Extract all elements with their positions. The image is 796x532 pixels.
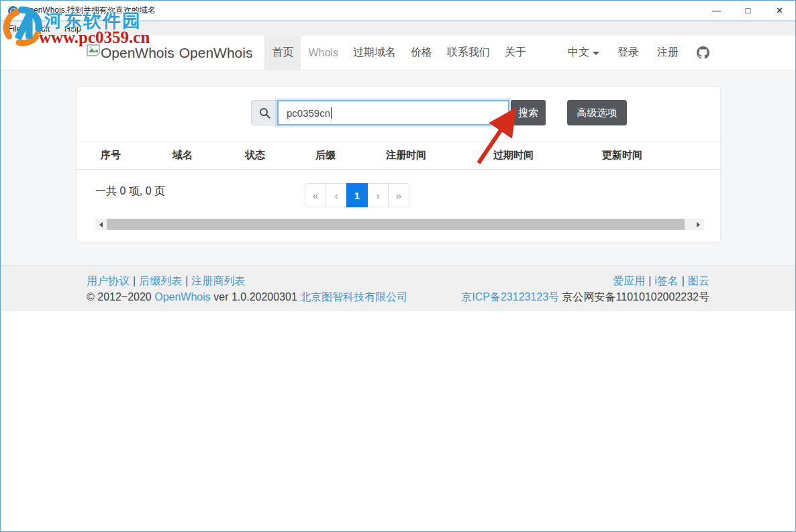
footer-links-right: 爱应用|i签名|图云 <box>461 273 709 289</box>
chevron-down-icon <box>593 52 599 55</box>
nav-item-pricing[interactable]: 价格 <box>403 36 440 70</box>
footer-link-aiyingyong[interactable]: 爱应用 <box>613 275 645 286</box>
copyright-prefix: © 2012~2020 <box>87 291 152 303</box>
window-controls: — □ ✕ <box>701 1 795 20</box>
github-icon[interactable] <box>697 46 709 59</box>
separator: | <box>182 275 191 286</box>
column-header-domain: 域名 <box>172 142 193 169</box>
nav-item-contact[interactable]: 联系我们 <box>440 36 497 70</box>
app-window: OpenWhois,找到并拥有你喜欢的域名 — □ ✕ File Edit He… <box>0 0 796 532</box>
minimize-button[interactable]: — <box>701 1 732 20</box>
brand-logo[interactable]: OpenWhois OpenWhois <box>87 45 252 61</box>
nav-item-whois[interactable]: Whois <box>301 36 345 70</box>
language-label: 中文 <box>568 46 589 60</box>
footer-links-left: 用户协议|后缀列表|注册商列表 <box>87 273 407 289</box>
page-footer: 用户协议|后缀列表|注册商列表 © 2012~2020 OpenWhois ve… <box>1 265 795 311</box>
search-input-value: pc0359cn <box>287 107 330 119</box>
nav-item-expired-domains[interactable]: 过期域名 <box>346 36 403 70</box>
window-title: OpenWhois,找到并拥有你喜欢的域名 <box>23 1 156 20</box>
results-summary: 一共 0 项, 0 页 <box>95 184 165 199</box>
advanced-options-button[interactable]: 高级选项 <box>567 100 627 125</box>
register-link[interactable]: 注册 <box>657 46 679 60</box>
pagination: « ‹ 1 › » <box>305 183 409 207</box>
nav-item-home[interactable]: 首页 <box>264 36 301 70</box>
table-header-row: 序号 域名 状态 后缀 注册时间 过期时间 更新时间 <box>77 141 720 170</box>
footer-link-tuyun[interactable]: 图云 <box>688 275 709 286</box>
column-header-status: 状态 <box>245 142 265 169</box>
column-header-suffix: 后缀 <box>315 142 336 169</box>
footer-link-registrar-list[interactable]: 注册商列表 <box>191 275 245 286</box>
column-header-registered: 注册时间 <box>386 142 426 169</box>
app-globe-icon <box>8 6 18 16</box>
footer-beian: 京ICP备23123123号 京公网安备11010102002232号 <box>461 289 709 305</box>
broken-image-icon <box>87 44 100 56</box>
menu-help[interactable]: Help <box>63 24 83 34</box>
scroll-left-arrow-icon[interactable] <box>95 219 107 230</box>
separator: | <box>645 275 654 286</box>
scroll-right-arrow-icon[interactable] <box>693 219 704 230</box>
brand-text: OpenWhois <box>179 45 253 61</box>
search-result-card: pc0359cn 搜索 高级选项 序号 域名 状态 后缀 注册时间 过期时间 更… <box>77 86 721 243</box>
column-header-index: 序号 <box>101 142 121 169</box>
footer-link-iqianming[interactable]: i签名 <box>654 275 679 286</box>
empty-page-area <box>1 311 795 531</box>
pagination-page-1[interactable]: 1 <box>346 183 368 207</box>
text-cursor <box>331 107 332 119</box>
pagination-first-button[interactable]: « <box>305 183 326 207</box>
footer-link-user-agreement[interactable]: 用户协议 <box>87 275 130 286</box>
close-button[interactable]: ✕ <box>764 1 795 20</box>
title-bar: OpenWhois,找到并拥有你喜欢的域名 — □ ✕ <box>1 1 795 21</box>
pagination-next-button[interactable]: › <box>367 183 389 207</box>
page-body: pc0359cn 搜索 高级选项 序号 域名 状态 后缀 注册时间 过期时间 更… <box>1 70 795 265</box>
footer-copyright: © 2012~2020 OpenWhois ver 1.0.20200301 北… <box>87 289 407 305</box>
site-navbar: OpenWhois OpenWhois 首页 Whois 过期域名 价格 联系我… <box>1 36 795 70</box>
maximize-button[interactable]: □ <box>732 1 764 20</box>
search-icon <box>259 107 270 119</box>
separator: | <box>130 275 139 286</box>
footer-link-suffix-list[interactable]: 后缀列表 <box>139 275 182 286</box>
pagination-prev-button[interactable]: ‹ <box>326 183 347 207</box>
menu-file[interactable]: File <box>7 24 22 34</box>
pagination-last-button[interactable]: » <box>388 183 409 207</box>
menu-edit[interactable]: Edit <box>34 24 51 34</box>
language-dropdown[interactable]: 中文 <box>568 46 599 60</box>
horizontal-scrollbar[interactable] <box>95 219 704 230</box>
footer-link-openwhois[interactable]: OpenWhois <box>154 291 211 303</box>
copyright-version: ver 1.0.20200301 <box>213 291 297 303</box>
nav-menu: 首页 Whois 过期域名 价格 联系我们 关于 <box>264 36 533 70</box>
footer-left: 用户协议|后缀列表|注册商列表 © 2012~2020 OpenWhois ve… <box>87 273 407 305</box>
footer-right: 爱应用|i签名|图云 京ICP备23123123号 京公网安备110101020… <box>461 273 709 305</box>
search-icon-box <box>251 100 278 125</box>
login-link[interactable]: 登录 <box>617 46 639 60</box>
menu-bar: File Edit Help <box>1 21 795 36</box>
brand-alt-text: OpenWhois <box>101 45 175 61</box>
scrollbar-thumb[interactable] <box>107 219 685 230</box>
footer-police-number: 京公网安备11010102002232号 <box>562 291 709 303</box>
footer-link-company[interactable]: 北京图智科技有限公司 <box>300 291 407 303</box>
column-header-updated: 更新时间 <box>602 142 642 169</box>
separator: | <box>679 275 688 286</box>
red-arrow-annotation <box>469 105 530 169</box>
nav-right-group: 中文 登录 注册 <box>568 46 709 60</box>
footer-link-icp[interactable]: 京ICP备23123123号 <box>461 291 559 303</box>
nav-item-about[interactable]: 关于 <box>497 36 534 70</box>
